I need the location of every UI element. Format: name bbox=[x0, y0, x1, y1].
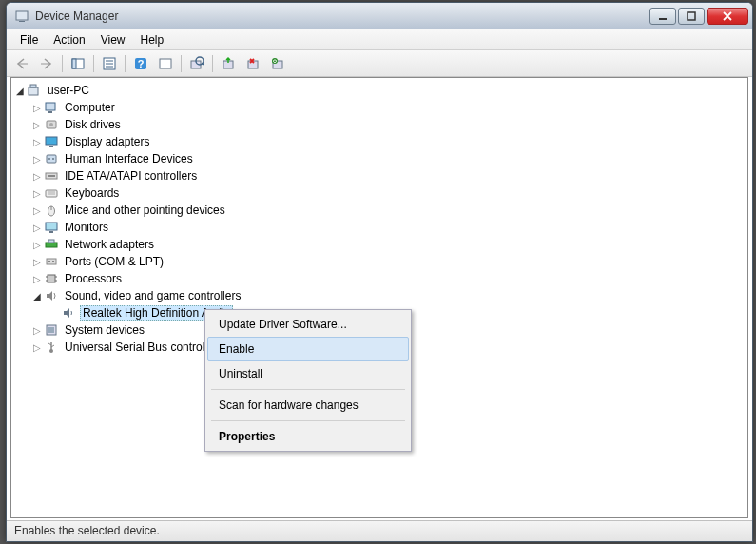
action-button[interactable] bbox=[154, 53, 177, 74]
menu-item-properties[interactable]: Properties bbox=[207, 424, 409, 449]
menu-view[interactable]: View bbox=[93, 31, 133, 49]
tree-item-label: Network adapters bbox=[63, 238, 156, 251]
svg-rect-28 bbox=[47, 155, 56, 163]
toolbar-separator bbox=[62, 55, 63, 72]
tree-arrow-icon[interactable]: ▷ bbox=[30, 188, 44, 199]
menu-file[interactable]: File bbox=[12, 31, 46, 49]
svg-rect-38 bbox=[46, 223, 57, 230]
tree-arrow-icon[interactable]: ▷ bbox=[30, 325, 44, 336]
network-icon bbox=[44, 237, 59, 252]
toolbar-separator bbox=[93, 55, 94, 72]
scan-hardware-button[interactable] bbox=[185, 53, 208, 74]
minimize-button[interactable] bbox=[649, 8, 676, 25]
tree-item-display[interactable]: ▷Display adapters bbox=[13, 133, 746, 150]
enable-button[interactable] bbox=[266, 53, 289, 74]
svg-rect-0 bbox=[16, 11, 28, 20]
tree-item-label: IDE ATA/ATAPI controllers bbox=[63, 169, 199, 183]
svg-rect-1 bbox=[19, 21, 25, 22]
tree-arrow-icon[interactable]: ▷ bbox=[30, 223, 44, 233]
tree-arrow-icon[interactable]: ▷ bbox=[30, 240, 44, 250]
svg-rect-23 bbox=[48, 111, 52, 113]
menu-item-update-driver-software[interactable]: Update Driver Software... bbox=[207, 312, 409, 337]
tree-arrow-icon[interactable]: ◢ bbox=[13, 86, 27, 96]
svg-rect-45 bbox=[48, 275, 55, 282]
tree-item-label: Mice and other pointing devices bbox=[63, 204, 227, 217]
menu-action[interactable]: Action bbox=[46, 31, 92, 49]
device-tree-panel[interactable]: ◢user-PC▷Computer▷Disk drives▷Display ad… bbox=[10, 77, 748, 518]
port-icon bbox=[44, 254, 59, 269]
close-button[interactable] bbox=[707, 8, 748, 25]
tree-arrow-icon[interactable]: ▷ bbox=[30, 205, 44, 216]
tree-item-sound[interactable]: ◢Sound, video and game controllers bbox=[13, 287, 746, 304]
tree-item-disk[interactable]: ▷Disk drives bbox=[13, 116, 746, 133]
sound-icon bbox=[44, 288, 59, 303]
svg-rect-3 bbox=[688, 12, 695, 20]
svg-point-43 bbox=[48, 261, 50, 262]
properties-button[interactable] bbox=[98, 53, 121, 74]
titlebar[interactable]: Device Manager bbox=[7, 3, 752, 29]
forward-button bbox=[35, 53, 58, 74]
tree-item-label: Display adapters bbox=[63, 135, 151, 148]
tree-arrow-icon[interactable]: ▷ bbox=[30, 154, 44, 165]
tree-item-label: System devices bbox=[63, 323, 146, 337]
tree-item-computer[interactable]: ▷Computer bbox=[13, 99, 746, 116]
svg-rect-42 bbox=[47, 259, 56, 264]
status-text: Enables the selected device. bbox=[14, 524, 160, 537]
window-controls bbox=[649, 8, 748, 25]
update-driver-button[interactable] bbox=[217, 53, 240, 74]
monitor-icon bbox=[44, 220, 59, 235]
tree-item-label: Keyboards bbox=[63, 186, 121, 200]
tree-item-label: Disk drives bbox=[63, 118, 123, 131]
tree-item-port[interactable]: ▷Ports (COM & LPT) bbox=[13, 253, 746, 270]
tree-item-label: Sound, video and game controllers bbox=[63, 289, 242, 302]
tree-arrow-icon[interactable]: ▷ bbox=[30, 274, 44, 284]
menu-separator bbox=[211, 420, 405, 421]
cpu-icon bbox=[44, 271, 59, 286]
tree-arrow-icon[interactable]: ◢ bbox=[30, 291, 44, 301]
help-button[interactable]: ? bbox=[129, 53, 152, 74]
uninstall-button[interactable] bbox=[242, 53, 264, 74]
show-hide-console-button[interactable] bbox=[67, 53, 89, 74]
svg-rect-5 bbox=[72, 59, 76, 68]
svg-rect-51 bbox=[48, 327, 54, 333]
menu-item-enable[interactable]: Enable bbox=[207, 337, 409, 361]
tree-item-cpu[interactable]: ▷Processors bbox=[13, 270, 746, 287]
keyboard-icon bbox=[44, 185, 59, 201]
tree-item-label: Monitors bbox=[63, 221, 110, 234]
menu-help[interactable]: Help bbox=[133, 31, 172, 49]
tree-item-ide[interactable]: ▷IDE ATA/ATAPI controllers bbox=[13, 167, 746, 185]
tree-item-network[interactable]: ▷Network adapters bbox=[13, 236, 746, 253]
svg-point-29 bbox=[48, 158, 50, 160]
app-icon bbox=[14, 9, 29, 24]
tree-item-hid[interactable]: ▷Human Interface Devices bbox=[13, 150, 746, 167]
toolbar-separator bbox=[181, 55, 182, 72]
svg-rect-2 bbox=[659, 18, 667, 20]
display-icon bbox=[44, 134, 59, 149]
tree-arrow-icon[interactable]: ▷ bbox=[30, 342, 44, 353]
menu-item-scan-for-hardware-changes[interactable]: Scan for hardware changes bbox=[207, 393, 409, 418]
menu-separator bbox=[211, 389, 405, 390]
tree-item-label: user-PC bbox=[46, 84, 91, 97]
tree-item-label: Processors bbox=[63, 272, 124, 285]
maximize-button[interactable] bbox=[678, 8, 705, 25]
hid-icon bbox=[44, 151, 59, 166]
tree-item-monitor[interactable]: ▷Monitors bbox=[13, 219, 746, 236]
tree-arrow-icon[interactable]: ▷ bbox=[30, 257, 44, 267]
root-icon bbox=[27, 83, 42, 98]
tree-arrow-icon[interactable]: ▷ bbox=[30, 120, 44, 130]
tree-arrow-icon[interactable]: ▷ bbox=[30, 103, 44, 113]
tree-item-keyboard[interactable]: ▷Keyboards bbox=[13, 185, 746, 202]
tree-item-label: Computer bbox=[63, 101, 117, 114]
computer-icon bbox=[44, 100, 59, 115]
svg-rect-26 bbox=[46, 137, 57, 145]
toolbar: ? bbox=[7, 50, 752, 77]
tree-item-label: Ports (COM & LPT) bbox=[63, 255, 165, 268]
tree-item-label: Universal Serial Bus controllers bbox=[63, 340, 225, 354]
menu-bar: File Action View Help bbox=[7, 29, 752, 50]
tree-item-mouse[interactable]: ▷Mice and other pointing devices bbox=[13, 202, 746, 219]
menu-item-uninstall[interactable]: Uninstall bbox=[207, 361, 409, 386]
audio-icon bbox=[61, 305, 76, 321]
tree-root[interactable]: ◢user-PC bbox=[13, 82, 746, 99]
tree-arrow-icon[interactable]: ▷ bbox=[30, 171, 44, 182]
tree-arrow-icon[interactable]: ▷ bbox=[30, 137, 44, 147]
